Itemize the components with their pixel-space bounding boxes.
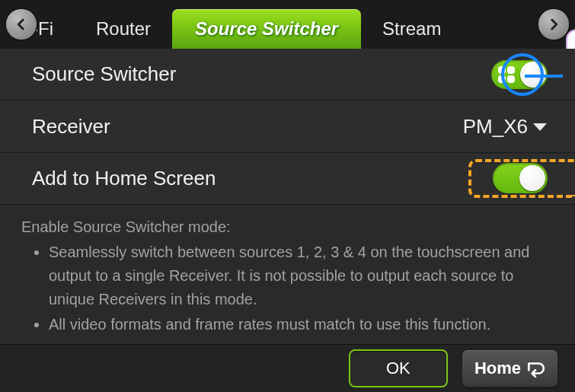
row-source-switcher: Source Switcher bbox=[0, 49, 575, 100]
info-bullet: Seamlessly switch between sources 1, 2, … bbox=[49, 241, 554, 311]
highlight-connector bbox=[525, 75, 563, 78]
settings-screen: -Fi Router Source Switcher Stream Source… bbox=[0, 0, 575, 392]
add-home-label: Add to Home Screen bbox=[32, 167, 493, 190]
receiver-value: PM_X6 bbox=[463, 115, 528, 139]
info-text: Enable Source Switcher mode: Seamlessly … bbox=[0, 205, 575, 344]
source-switcher-label: Source Switcher bbox=[32, 62, 491, 86]
info-lead: Enable Source Switcher mode: bbox=[21, 215, 554, 239]
ok-button-label: OK bbox=[386, 359, 410, 378]
chevron-left-icon bbox=[14, 18, 28, 31]
home-button[interactable]: Home bbox=[462, 349, 558, 387]
grid-icon bbox=[498, 66, 515, 83]
bottom-bar: OK Home bbox=[0, 344, 575, 392]
toggle-knob bbox=[519, 165, 545, 191]
row-receiver: Receiver PM_X6 bbox=[0, 100, 575, 152]
tab-wifi-partial[interactable]: -Fi bbox=[37, 9, 75, 49]
home-button-label: Home bbox=[474, 359, 521, 378]
ok-button[interactable]: OK bbox=[349, 349, 448, 387]
tab-router[interactable]: Router bbox=[75, 9, 172, 49]
add-home-toggle[interactable] bbox=[493, 163, 548, 193]
receiver-dropdown[interactable]: PM_X6 bbox=[463, 115, 548, 139]
row-add-home: Add to Home Screen bbox=[0, 153, 575, 205]
info-bullet: All video formats and frame rates must m… bbox=[49, 313, 554, 336]
chevron-down-icon bbox=[532, 115, 548, 139]
tab-source-switcher[interactable]: Source Switcher bbox=[172, 9, 361, 49]
tabs-next-button[interactable] bbox=[538, 9, 569, 40]
chevron-right-icon bbox=[547, 18, 561, 31]
tab-bar: -Fi Router Source Switcher Stream bbox=[0, 0, 575, 49]
tabs-container: -Fi Router Source Switcher Stream bbox=[37, 0, 538, 49]
receiver-label: Receiver bbox=[32, 115, 463, 139]
tab-stream-partial[interactable]: Stream bbox=[361, 9, 441, 49]
return-icon bbox=[525, 359, 545, 378]
tabs-prev-button[interactable] bbox=[6, 9, 37, 40]
